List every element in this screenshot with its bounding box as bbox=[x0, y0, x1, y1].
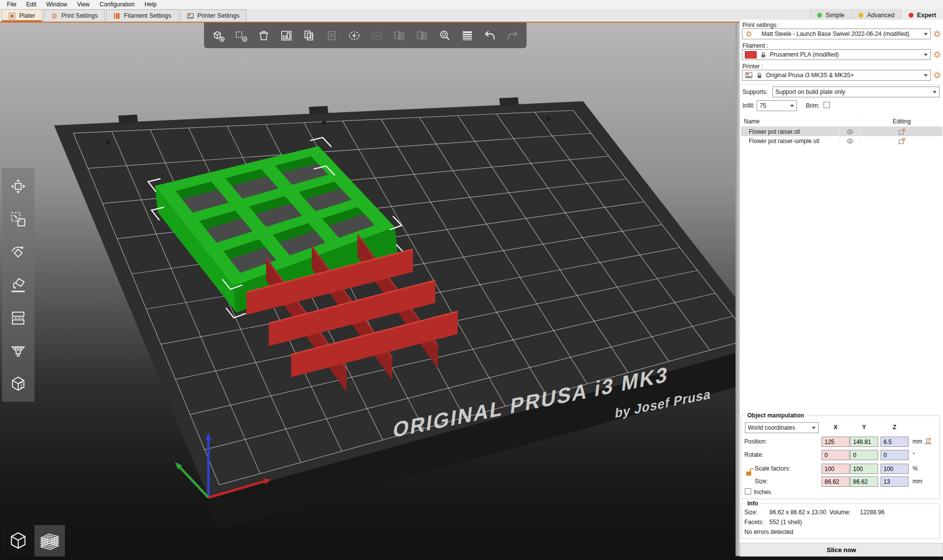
tab-printer-settings[interactable]: Printer Settings bbox=[180, 9, 246, 22]
filament-combo[interactable]: Prusament PLA (modified) bbox=[742, 49, 931, 60]
add-object-button[interactable] bbox=[207, 24, 230, 47]
supports-label: Supports: bbox=[742, 88, 767, 95]
viewport-3d[interactable]: ORIGINAL PRUSA i3 MK3by Josef Prusa bbox=[0, 23, 736, 560]
place-on-face-tool-button[interactable] bbox=[2, 268, 34, 301]
size-label: Size: bbox=[755, 478, 768, 485]
info-size-value: 86.62 x 86.62 x 13.00 bbox=[769, 509, 826, 516]
mode-expert-label: Expert bbox=[917, 12, 936, 19]
paint-on-supports-tool-button[interactable] bbox=[2, 334, 34, 367]
menu-configuration[interactable]: Configuration bbox=[95, 1, 140, 8]
rotate-icon bbox=[10, 244, 27, 261]
scale-y-input[interactable] bbox=[850, 464, 878, 474]
cut-icon bbox=[10, 310, 27, 326]
slice-now-button[interactable]: Slice now bbox=[740, 543, 943, 557]
axis-z-header: Z bbox=[881, 424, 909, 431]
delete-button[interactable] bbox=[230, 24, 252, 47]
info-volume-label: Volume: bbox=[829, 509, 851, 516]
size-z-input[interactable] bbox=[881, 476, 909, 487]
seam-painting-tool-button[interactable] bbox=[2, 367, 34, 400]
axis-y-header: Y bbox=[850, 424, 878, 431]
undo-button[interactable] bbox=[478, 24, 501, 47]
editor-view-button[interactable] bbox=[3, 525, 33, 557]
rotate-y-input[interactable] bbox=[850, 450, 878, 460]
uniform-scale-lock-icon[interactable] bbox=[745, 467, 755, 477]
editing-column-header: Editing bbox=[860, 118, 943, 125]
edit-print-settings-button[interactable] bbox=[933, 29, 943, 39]
delete-all-button[interactable] bbox=[252, 24, 275, 47]
search-button[interactable] bbox=[433, 24, 456, 47]
arrange-button[interactable] bbox=[275, 24, 297, 47]
position-y-input[interactable] bbox=[850, 437, 878, 447]
menu-view[interactable]: View bbox=[72, 1, 95, 8]
supports-combo[interactable]: Support on build plate only bbox=[772, 87, 940, 97]
lock-icon bbox=[760, 51, 767, 59]
object-list-header: Name Editing bbox=[741, 116, 943, 127]
menu-window[interactable]: Window bbox=[41, 1, 72, 8]
infill-combo[interactable]: 75 bbox=[757, 100, 797, 111]
printer-settings-icon bbox=[187, 12, 194, 20]
delete-all-icon bbox=[257, 29, 270, 42]
scale-unit: % bbox=[913, 465, 918, 472]
plater-icon bbox=[8, 12, 16, 20]
search-icon bbox=[438, 29, 451, 42]
edit-object-icon[interactable] bbox=[898, 128, 906, 136]
preview-view-button[interactable] bbox=[34, 525, 65, 557]
object-manipulation-title: Object manipulation bbox=[745, 412, 806, 419]
remove-instance-icon bbox=[370, 29, 383, 42]
eye-icon[interactable] bbox=[846, 128, 854, 136]
object-row-flower-pot-raiser[interactable]: Flower pot raiser.stl bbox=[741, 127, 943, 136]
paste-icon bbox=[325, 29, 338, 42]
position-z-input[interactable] bbox=[881, 437, 909, 447]
paint-on-supports-icon bbox=[10, 343, 27, 359]
chevron-down-icon bbox=[924, 74, 928, 77]
scale-tool-button[interactable] bbox=[2, 203, 34, 236]
place-on-face-icon bbox=[10, 277, 27, 294]
object-name: Flower pot raiser.stl bbox=[741, 128, 839, 135]
position-x-input[interactable] bbox=[822, 437, 850, 447]
coordinates-combo[interactable]: World coordinates bbox=[745, 422, 819, 433]
printer-combo[interactable]: Original Prusa i3 MK3S & MK3S+ bbox=[742, 70, 931, 81]
redo-icon bbox=[506, 29, 519, 42]
edit-printer-button[interactable] bbox=[933, 70, 943, 80]
size-unit: mm bbox=[913, 478, 922, 485]
info-errors-text: No errors detected bbox=[744, 529, 793, 535]
edit-object-icon[interactable] bbox=[898, 137, 906, 145]
rotate-tool-button[interactable] bbox=[2, 236, 34, 268]
filament-settings-icon bbox=[113, 12, 120, 20]
gear-icon bbox=[933, 50, 942, 59]
print-settings-combo[interactable]: Matt Steele - Launch Base Swivel 2022-06… bbox=[742, 29, 931, 39]
menu-file[interactable]: File bbox=[2, 1, 21, 8]
drop-to-bed-icon[interactable] bbox=[924, 437, 932, 445]
variable-layer-height-button[interactable] bbox=[456, 24, 478, 47]
edit-filament-button[interactable] bbox=[933, 50, 943, 59]
mode-advanced-label: Advanced bbox=[867, 12, 894, 19]
copy-button[interactable] bbox=[297, 24, 320, 47]
move-tool-button[interactable] bbox=[2, 170, 34, 203]
tab-print-settings[interactable]: Print Settings bbox=[44, 9, 105, 22]
info-title: Info bbox=[745, 500, 761, 507]
position-unit: mm bbox=[913, 438, 922, 445]
divider bbox=[740, 85, 943, 85]
undo-icon bbox=[483, 29, 497, 42]
editor-cube-icon bbox=[8, 531, 28, 551]
brim-checkbox[interactable] bbox=[824, 102, 830, 108]
tab-filament-settings[interactable]: Filament Settings bbox=[106, 9, 178, 22]
name-column-header[interactable]: Name bbox=[741, 118, 839, 125]
scale-x-input[interactable] bbox=[822, 464, 850, 474]
tab-plater[interactable]: Plater bbox=[1, 9, 42, 22]
split-to-objects-icon bbox=[393, 29, 406, 42]
eye-icon[interactable] bbox=[846, 137, 854, 145]
remove-instance-button bbox=[365, 24, 388, 47]
cut-tool-button[interactable] bbox=[2, 301, 34, 334]
scale-z-input[interactable] bbox=[881, 464, 909, 474]
size-y-input[interactable] bbox=[850, 476, 878, 487]
inches-checkbox[interactable] bbox=[745, 488, 751, 495]
add-instance-button[interactable] bbox=[343, 24, 365, 47]
info-group: Info Size: 86.62 x 86.62 x 13.00 Volume:… bbox=[741, 503, 940, 539]
menu-help[interactable]: Help bbox=[140, 1, 162, 8]
size-x-input[interactable] bbox=[822, 476, 850, 487]
menu-edit[interactable]: Edit bbox=[21, 1, 41, 8]
rotate-x-input[interactable] bbox=[822, 450, 850, 460]
rotate-z-input[interactable] bbox=[881, 450, 909, 460]
object-row-flower-pot-raiser-simple[interactable]: Flower pot raiser-simple.stl bbox=[741, 136, 943, 146]
